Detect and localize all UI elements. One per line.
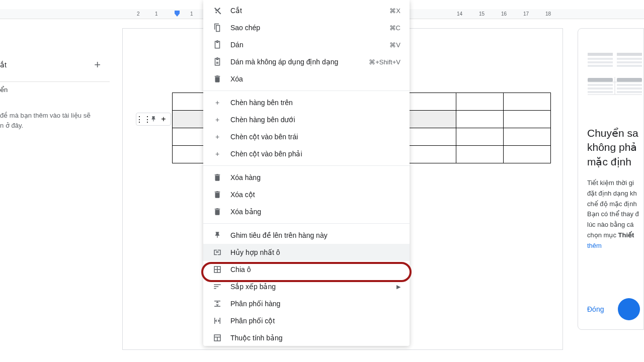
svg-rect-14 (617, 87, 642, 89)
svg-rect-11 (588, 84, 613, 86)
panel-title: Chuyển sakhông phảmặc định (587, 126, 643, 169)
menu-pin-header[interactable]: Ghim tiêu đề lên trên hàng này (203, 227, 410, 244)
panel-more-link[interactable]: thêm (587, 242, 602, 249)
panel-primary-button[interactable] (618, 298, 640, 320)
svg-rect-2 (588, 58, 613, 60)
drag-icon[interactable]: ⋮⋮ (139, 115, 147, 123)
info-panel: Chuyển sakhông phảmặc định Tiết kiệm thờ… (578, 28, 644, 330)
pin-icon[interactable] (149, 115, 157, 123)
menu-delete-col[interactable]: Xóa cột (203, 186, 410, 203)
menu-insert-row-above[interactable]: + Chèn hàng bên trên (203, 94, 410, 111)
svg-rect-7 (617, 61, 642, 63)
svg-rect-5 (617, 53, 642, 56)
menu-cut[interactable]: Cắt ⌘X (203, 2, 410, 19)
outline-hint: đề mà bạn thêm vào tài liệu sẽ n ở đây. (0, 96, 110, 134)
svg-rect-8 (617, 65, 642, 67)
paste-plain-icon (212, 57, 222, 67)
split-icon (212, 264, 222, 275)
menu-delete-table[interactable]: Xóa bảng (203, 203, 410, 220)
menu-copy[interactable]: Sao chép ⌘C (203, 19, 410, 36)
sort-icon (212, 282, 222, 292)
outline-sidebar: ắt + ển đề mà bạn thêm vào tài liệu sẽ n… (0, 28, 110, 139)
row-handle[interactable]: ⋮⋮ + (136, 113, 171, 126)
pin-icon (212, 230, 222, 240)
svg-rect-3 (588, 61, 613, 63)
menu-sort-table[interactable]: Sắp xếp bảng ▶ (203, 278, 410, 295)
svg-rect-1 (588, 53, 613, 56)
plus-icon: + (212, 115, 222, 125)
menu-divider (203, 223, 410, 224)
chevron-right-icon: ▶ (396, 284, 400, 290)
panel-body: Tiết kiệm thời giđặt định dạng khchế độ … (587, 178, 643, 251)
svg-rect-16 (617, 91, 642, 93)
plus-icon: + (212, 98, 222, 108)
svg-rect-13 (588, 87, 613, 89)
menu-delete-row[interactable]: Xóa hàng (203, 169, 410, 186)
sidebar-divider (0, 81, 110, 82)
svg-rect-10 (617, 78, 642, 82)
copy-icon (212, 23, 222, 33)
trash-icon (212, 207, 222, 217)
indent-marker-icon[interactable] (174, 10, 180, 17)
menu-split-cell[interactable]: Chia ô (203, 261, 410, 278)
panel-illustration (587, 38, 643, 118)
distribute-rows-icon (212, 299, 222, 309)
menu-insert-col-left[interactable]: + Chèn cột vào bên trái (203, 128, 410, 145)
unmerge-icon (212, 247, 222, 257)
sidebar-subtitle: ển (0, 86, 110, 96)
menu-paste[interactable]: Dán ⌘V (203, 36, 410, 53)
svg-rect-4 (588, 65, 613, 67)
svg-marker-0 (175, 11, 180, 17)
menu-insert-row-below[interactable]: + Chèn hàng bên dưới (203, 111, 410, 128)
context-menu: Cắt ⌘X Sao chép ⌘C Dán ⌘V Dán mà không á… (203, 0, 410, 346)
trash-icon (212, 190, 222, 200)
menu-delete[interactable]: Xóa (203, 70, 410, 87)
menu-unmerge-cells[interactable]: Hủy hợp nhất ô (203, 244, 410, 261)
menu-divider (203, 90, 410, 91)
cut-icon (212, 6, 222, 16)
distribute-cols-icon (212, 316, 222, 326)
plus-icon: + (212, 149, 222, 159)
plus-icon[interactable]: + (159, 115, 168, 123)
menu-table-properties[interactable]: Thuộc tính bảng (203, 329, 410, 344)
menu-distribute-cols[interactable]: Phân phối cột (203, 312, 410, 329)
svg-rect-12 (617, 84, 642, 86)
svg-rect-9 (588, 78, 613, 82)
svg-rect-15 (588, 91, 613, 93)
outline-title: ắt (0, 61, 7, 69)
menu-insert-col-right[interactable]: + Chèn cột vào bên phải (203, 145, 410, 162)
trash-icon (212, 74, 222, 84)
plus-icon: + (212, 132, 222, 142)
paste-icon (212, 40, 222, 50)
menu-paste-plain[interactable]: Dán mà không áp dụng định dạng ⌘+Shift+V (203, 53, 410, 70)
add-outline-icon[interactable]: + (94, 58, 101, 71)
svg-rect-6 (617, 58, 642, 60)
trash-icon (212, 172, 222, 183)
table-icon (212, 333, 222, 343)
menu-divider (203, 165, 410, 166)
panel-close-button[interactable]: Đóng (587, 305, 604, 313)
menu-distribute-rows[interactable]: Phân phối hàng (203, 295, 410, 312)
